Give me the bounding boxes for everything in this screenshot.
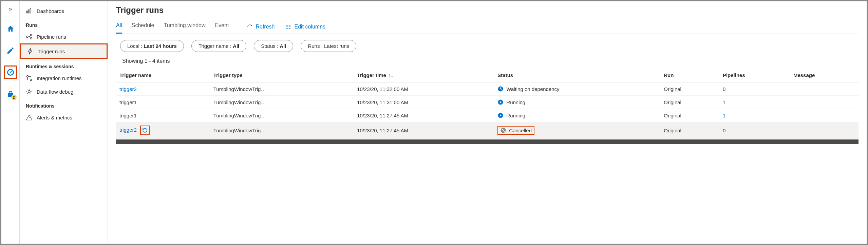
run-cell: Original [660,122,719,139]
dashboard-icon [26,7,33,14]
svg-rect-4 [29,10,30,13]
trigger-time-cell: 10/23/20, 11:27:45 AM [354,122,494,139]
table-row[interactable]: trigger2TumblingWindowTrig…10/23/20, 11:… [116,82,858,96]
sort-icon: ↑↓ [388,72,393,78]
refresh-icon [247,24,253,30]
trigger-time-cell: 10/23/20, 11:32:00 AM [354,82,494,96]
sidebar-label: Alerts & metrics [37,115,72,120]
trigger-name-cell[interactable]: trigger2 [119,86,137,92]
trigger-type-cell: TumblingWindowTrig… [210,96,354,109]
run-cell: Original [660,82,719,96]
trigger-type-cell: TumblingWindowTrig… [210,122,354,139]
filter-trigger-name[interactable]: Trigger name : All [191,40,246,52]
expand-rail-button[interactable]: » [8,4,12,14]
pill-label: Runs : [308,43,324,49]
pill-value: All [233,43,239,49]
trigger-type-cell: TumblingWindowTrig… [210,109,354,122]
columns-icon [285,24,291,30]
sidebar-label: Pipeline runs [37,34,66,40]
run-cell: Original [660,109,719,122]
filter-runs[interactable]: Runs : Latest runs [301,40,356,52]
filter-status[interactable]: Status : All [254,40,293,52]
refresh-label: Refresh [256,24,275,30]
page-title: Trigger runs [116,5,858,15]
status-text: Waiting on dependency [506,86,559,92]
sidebar-section-runs: Runs [20,18,108,30]
sidebar-label: Data flow debug [37,89,73,95]
filter-tabs: All Schedule Tumbling window Event [116,20,229,34]
sidebar-item-integration-runtimes[interactable]: Integration runtimes [20,71,108,85]
rail-author[interactable] [4,44,17,57]
col-pipelines[interactable]: Pipelines [719,68,790,82]
col-run[interactable]: Run [660,68,719,82]
pipeline-icon [26,33,33,40]
svg-point-6 [26,36,28,38]
pipelines-cell[interactable]: 1 [723,99,725,105]
status-text: Running [506,99,525,105]
sidebar-item-data-flow-debug[interactable]: Data flow debug [20,85,108,98]
status-cell: Cancelled [500,127,532,133]
sidebar-label: Dashboards [37,8,64,14]
rerun-icon [142,127,148,133]
horizontal-scrollbar[interactable] [116,139,858,144]
col-trigger-type[interactable]: Trigger type [210,68,354,82]
pill-label: Status : [261,43,280,49]
debug-icon [26,88,33,95]
filter-pills: Local : Last 24 hours Trigger name : All… [116,40,858,52]
col-message[interactable]: Message [790,68,858,82]
pill-value: Last 24 hours [144,43,177,49]
showing-count: Showing 1 - 4 items [116,58,858,64]
svg-point-8 [30,38,32,39]
tab-schedule[interactable]: Schedule [132,20,154,34]
edit-columns-button[interactable]: Edit columns [284,22,327,32]
main-content: Trigger runs All Schedule Tumbling windo… [108,1,867,244]
rail-manage[interactable]: 2 [4,87,17,101]
table-row[interactable]: trigger2TumblingWindowTrig…10/23/20, 11:… [116,122,858,139]
trigger-type-cell: TumblingWindowTrig… [210,82,354,96]
pipelines-cell[interactable]: 1 [723,113,725,118]
sidebar-item-alerts-metrics[interactable]: Alerts & metrics [20,111,108,124]
rerun-button[interactable] [140,126,150,135]
col-status[interactable]: Status [494,68,660,82]
trigger-name-cell: trigger1 [119,99,137,105]
svg-point-9 [27,76,29,77]
rail-badge: 2 [11,95,17,100]
rail-home[interactable] [4,22,17,36]
sidebar-section-runtimes: Runtimes & sessions [20,59,108,71]
trigger-name-cell[interactable]: trigger2 [119,127,137,133]
filter-local[interactable]: Local : Last 24 hours [120,40,184,52]
sidebar-item-pipeline-runs[interactable]: Pipeline runs [20,30,108,43]
status-text: Running [506,113,525,118]
message-cell [790,82,858,96]
col-label: Trigger time [357,72,386,78]
svg-point-10 [30,79,32,81]
sidebar-item-trigger-runs[interactable]: Trigger runs [20,43,108,59]
alert-icon [26,114,33,121]
pill-value: All [280,43,286,49]
sidebar-section-notifications: Notifications [20,98,108,111]
col-trigger-time[interactable]: Trigger time↑↓ [354,68,494,82]
sidebar-item-dashboards[interactable]: Dashboards [20,4,108,18]
trigger-time-cell: 10/23/20, 11:27:45 AM [354,109,494,122]
svg-rect-3 [27,11,28,13]
col-trigger-name[interactable]: Trigger name [116,68,210,82]
tab-event[interactable]: Event [215,20,229,34]
table-row[interactable]: trigger1TumblingWindowTrig…10/23/20, 11:… [116,109,858,122]
edit-columns-label: Edit columns [294,24,325,30]
pipelines-cell: 0 [723,128,725,133]
pill-label: Trigger name : [199,43,233,49]
toolbar-divider [237,22,237,32]
svg-point-11 [28,91,31,93]
svg-point-2 [10,72,11,73]
tab-all[interactable]: All [116,20,122,34]
trigger-name-cell: trigger1 [119,113,137,118]
pill-label: Local : [127,43,144,49]
home-icon [6,25,15,33]
integration-icon [26,75,33,81]
refresh-button[interactable]: Refresh [245,22,276,32]
pipelines-cell: 0 [723,86,725,92]
icon-rail: » 2 [1,1,20,244]
rail-monitor[interactable] [4,65,17,79]
table-row[interactable]: trigger1TumblingWindowTrig…10/23/20, 11:… [116,96,858,109]
tab-tumbling-window[interactable]: Tumbling window [164,20,206,34]
